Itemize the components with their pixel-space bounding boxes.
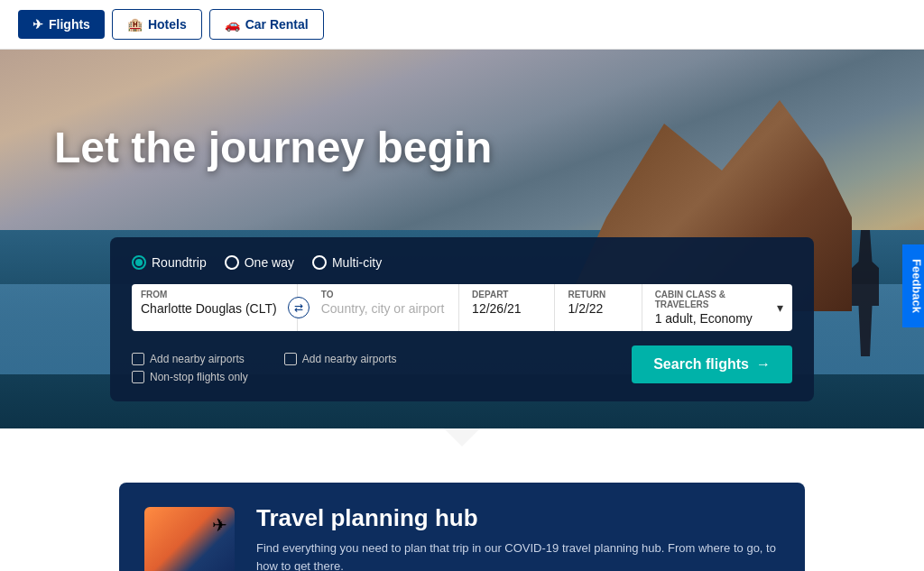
depart-value: 12/26/21 [472, 301, 545, 316]
trip-type-row: Roundtrip One way Multi-city [132, 255, 792, 270]
to-nearby-label: Add nearby airports [302, 353, 397, 365]
oneway-label: One way [245, 255, 294, 270]
from-nearby-airports-checkbox[interactable]: Add nearby airports [132, 353, 248, 365]
search-fields-row: From Charlotte Douglas (CLT) ⇄ To Countr… [132, 284, 792, 331]
nonstop-label: Non-stop flights only [150, 371, 248, 383]
feedback-tab[interactable]: Feedback [903, 244, 924, 327]
below-fold: ✈ 🧳 Travel planning hub Find everything … [0, 447, 924, 571]
swap-icon[interactable]: ⇄ [288, 297, 310, 318]
nav-tab-hotels[interactable]: 🏨 Hotels [112, 9, 202, 40]
roundtrip-radio-circle [132, 255, 146, 270]
to-checkboxes: Add nearby airports [284, 353, 397, 365]
arrow-icon: → [756, 356, 771, 373]
hero-section: Let the journey begin Roundtrip One way … [0, 50, 924, 428]
oneway-radio[interactable]: One way [225, 255, 294, 270]
hotel-icon: 🏨 [127, 17, 143, 32]
nav-tab-car-rental[interactable]: 🚗 Car Rental [209, 9, 324, 40]
illus-plane-icon: ✈ [212, 514, 227, 536]
multicity-label: Multi-city [332, 255, 382, 270]
roundtrip-radio[interactable]: Roundtrip [132, 255, 207, 270]
nav-tab-flights-label: Flights [49, 17, 90, 32]
plane-icon: ✈ [32, 17, 43, 32]
hub-card: ✈ 🧳 Travel planning hub Find everything … [119, 483, 805, 571]
search-flights-label: Search flights [653, 356, 749, 373]
return-value: 1/2/22 [568, 301, 632, 316]
nav-tab-flights[interactable]: ✈ Flights [18, 10, 105, 39]
search-panel: Roundtrip One way Multi-city From Charlo… [110, 237, 814, 401]
to-field[interactable]: To Country, city or airport [301, 284, 459, 331]
to-label: To [321, 290, 449, 299]
from-nearby-label: Add nearby airports [150, 353, 245, 365]
hub-text-area: Travel planning hub Find everything you … [256, 504, 780, 571]
to-nearby-checkbox-box [284, 353, 297, 365]
roundtrip-label: Roundtrip [152, 255, 207, 270]
search-flights-button[interactable]: Search flights → [632, 345, 792, 383]
cabin-value: 1 adult, Economy [655, 311, 777, 326]
nonstop-checkbox-box [132, 371, 144, 383]
from-label: From [141, 290, 288, 299]
return-label: Return [568, 290, 632, 299]
to-nearby-airports-checkbox[interactable]: Add nearby airports [284, 353, 397, 365]
depart-field[interactable]: Depart 12/26/21 [463, 284, 555, 331]
hub-illustration: ✈ 🧳 [144, 507, 235, 571]
nonstop-checkbox[interactable]: Non-stop flights only [132, 371, 248, 383]
from-checkboxes: Add nearby airports Non-stop flights onl… [132, 353, 248, 383]
from-field[interactable]: From Charlotte Douglas (CLT) ⇄ [132, 284, 298, 331]
to-placeholder: Country, city or airport [321, 301, 449, 316]
multicity-radio[interactable]: Multi-city [312, 255, 382, 270]
chevron-down-icon: ▾ [777, 300, 783, 315]
hub-title: Travel planning hub [256, 504, 780, 532]
return-field[interactable]: Return 1/2/22 [559, 284, 642, 331]
hub-description: Find everything you need to plan that tr… [256, 539, 780, 571]
car-icon: 🚗 [225, 17, 240, 32]
from-nearby-checkbox-box [132, 353, 144, 365]
depart-label: Depart [472, 290, 545, 299]
oneway-radio-circle [225, 255, 239, 270]
from-value: Charlotte Douglas (CLT) [141, 301, 288, 316]
multicity-radio-circle [312, 255, 327, 270]
arrow-pointer [0, 428, 924, 447]
illus-background: ✈ 🧳 [144, 507, 235, 571]
checkboxes-area: Add nearby airports Non-stop flights onl… [132, 353, 396, 383]
nav-tab-hotels-label: Hotels [148, 17, 187, 32]
nav-tab-car-rental-label: Car Rental [245, 17, 309, 32]
nav-bar: ✈ Flights 🏨 Hotels 🚗 Car Rental [0, 0, 924, 50]
cabin-label: Cabin Class & Travelers [655, 290, 777, 309]
hero-title: Let the journey begin [54, 122, 492, 174]
cabin-field[interactable]: Cabin Class & Travelers 1 adult, Economy… [646, 284, 792, 331]
